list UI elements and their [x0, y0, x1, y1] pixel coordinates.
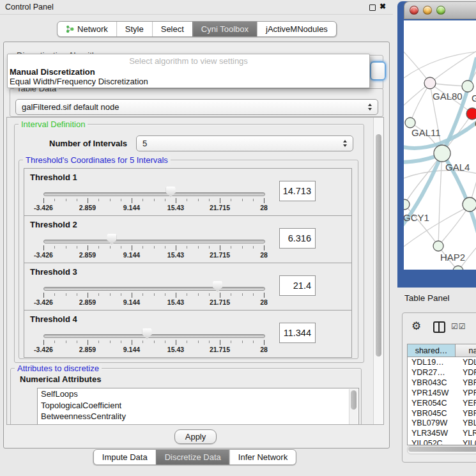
viewport-scrollbar[interactable]: [373, 118, 383, 424]
tick-label: 15.43: [167, 204, 184, 211]
tab-discretize-data[interactable]: Discretize Data: [156, 450, 229, 464]
tab-select[interactable]: Select: [152, 22, 192, 36]
node-table[interactable]: shared…na YDL19…YDL1YDR27…YDR2YBR043CYBR…: [407, 344, 476, 445]
attribute-item[interactable]: BetweennessCentrality: [38, 411, 358, 422]
apply-button[interactable]: Apply: [174, 429, 217, 444]
tick-mark: [176, 293, 176, 298]
table-row[interactable]: YDL19…YDL1: [408, 358, 476, 368]
tick-label: 28: [260, 346, 268, 353]
table-data-value: galFiltered.sif default node: [16, 102, 365, 112]
table-row[interactable]: YER054CYER0: [408, 399, 476, 409]
slider-track[interactable]: [43, 287, 265, 291]
tick-label: 21.715: [210, 204, 230, 211]
network-node[interactable]: [462, 81, 473, 92]
tick-mark: [43, 198, 44, 203]
threshold-value-field[interactable]: 6.316: [279, 228, 316, 249]
table-hscrollbar-thumb[interactable]: [408, 447, 476, 452]
cell-name: YBL0: [463, 418, 476, 427]
network-node[interactable]: [405, 118, 415, 128]
table-row[interactable]: YBL079WYBL0: [408, 418, 476, 429]
threshold-value-field[interactable]: 14.713: [279, 181, 316, 201]
tab-label: Infer Network: [238, 452, 288, 462]
table-horizontal-scrollbar[interactable]: [407, 445, 476, 454]
minimize-traffic-light-icon[interactable]: [423, 6, 432, 15]
threshold-value-field[interactable]: 11.344: [279, 323, 316, 343]
cell-shared-name: YER054C: [411, 399, 447, 408]
tick-mark: [121, 199, 121, 201]
close-traffic-light-icon[interactable]: [410, 6, 418, 15]
threshold-value-field[interactable]: 21.4: [279, 275, 316, 296]
cyni-toolbox-panel: Discretization Algorithm Table Data galF…: [3, 42, 390, 449]
thresholds-groupbox: Threshold's Coordinates for 5 Intervals …: [19, 160, 358, 359]
network-edge: [410, 83, 430, 123]
attribute-item[interactable]: TopologicalCoefficient: [38, 400, 358, 411]
control-panel-titlebar: Control Panel ✖: [0, 0, 393, 15]
network-node[interactable]: [463, 197, 476, 211]
tick-mark: [132, 340, 132, 345]
tab-cyni-toolbox[interactable]: Cyni Toolbox: [192, 22, 257, 36]
attribute-items: SelfLoopsTopologicalCoefficientBetweenne…: [38, 388, 358, 422]
table-row[interactable]: YIL052CYIL0: [408, 439, 476, 445]
tick-label: 28: [260, 204, 268, 211]
gear-icon[interactable]: ⚙︎: [411, 319, 421, 333]
tab-label: Cyni Toolbox: [201, 24, 249, 34]
attributes-groupbox: Attributes to discretize Numerical Attri…: [10, 368, 362, 425]
algorithm-placeholder-option[interactable]: Select algorithm to view settings: [8, 56, 369, 66]
attributes-scrollbar-thumb[interactable]: [351, 390, 357, 410]
table-row[interactable]: YPR145WYPR1: [408, 388, 476, 399]
numerical-attributes-list[interactable]: SelfLoopsTopologicalCoefficientBetweenne…: [37, 388, 359, 425]
cell-name: YLR3: [463, 429, 476, 438]
algorithm-combobox-focused[interactable]: [370, 61, 386, 81]
tick-label: 28: [260, 298, 268, 306]
network-window-titlebar[interactable]: [404, 1, 476, 19]
table-row[interactable]: YBR045CYBR0: [408, 409, 476, 419]
threshold-label: Threshold 4: [30, 314, 77, 324]
slider-track[interactable]: [43, 192, 265, 196]
attributes-group-title: Attributes to discretize: [15, 364, 102, 373]
tab-network[interactable]: Network: [58, 22, 116, 36]
network-node[interactable]: [424, 77, 436, 89]
number-of-intervals-combobox[interactable]: 5: [136, 135, 353, 151]
float-window-icon[interactable]: [369, 4, 376, 11]
slider-track[interactable]: [43, 240, 265, 243]
tick-mark: [253, 293, 254, 296]
attribute-item[interactable]: SelfLoops: [38, 388, 358, 400]
tick-mark: [242, 246, 243, 249]
network-node[interactable]: [404, 199, 410, 210]
slider-ticks: [43, 293, 264, 298]
checkbox-icons[interactable]: ☑☑: [451, 322, 466, 331]
tick-mark: [209, 293, 210, 296]
tick-mark: [187, 341, 187, 343]
table-data-combobox[interactable]: galFiltered.sif default node: [15, 99, 378, 115]
slider-track[interactable]: [43, 334, 265, 338]
table-row[interactable]: YDR27…YDR2: [408, 368, 476, 378]
viewport-scrollbar-thumb[interactable]: [376, 134, 381, 357]
close-icon[interactable]: ✖: [380, 2, 386, 11]
cell-shared-name: YBL079W: [411, 418, 447, 427]
threshold-panel: Threshold 3 -3.4262.8599.14415.4321.7152…: [24, 263, 352, 311]
attributes-scrollbar[interactable]: [349, 389, 358, 425]
algorithm-option[interactable]: Manual Discretization: [10, 67, 95, 77]
tab-jactivemnodules[interactable]: jActiveMNodules: [257, 22, 336, 36]
column-header[interactable]: shared…: [408, 344, 456, 357]
network-node-label: HAP2: [440, 252, 465, 263]
table-row[interactable]: YBR043CYBR0: [408, 378, 476, 388]
column-layout-icon[interactable]: [433, 321, 445, 333]
tick-mark: [98, 341, 99, 343]
tab-impute-data[interactable]: Impute Data: [94, 450, 156, 464]
column-header[interactable]: na: [456, 344, 476, 357]
slider-tick-labels: -3.4262.8599.14415.4321.71528: [43, 298, 264, 307]
network-node[interactable]: [434, 145, 450, 162]
network-canvas[interactable]: GAL80GACGAL11GAL4GCY1HHAP2: [404, 20, 476, 270]
network-node[interactable]: [433, 241, 443, 251]
tick-mark: [88, 198, 88, 203]
algorithm-option[interactable]: Equal Width/Frequency Discretization: [10, 77, 148, 86]
tick-mark: [209, 199, 210, 201]
tab-infer-network[interactable]: Infer Network: [229, 450, 296, 464]
zoom-traffic-light-icon[interactable]: [436, 6, 445, 15]
table-row[interactable]: YLR345WYLR3: [408, 429, 476, 439]
tab-style[interactable]: Style: [116, 22, 152, 36]
network-node-label: GAL11: [411, 127, 441, 138]
tick-mark: [54, 341, 55, 343]
cell-name: YER0: [463, 399, 476, 408]
